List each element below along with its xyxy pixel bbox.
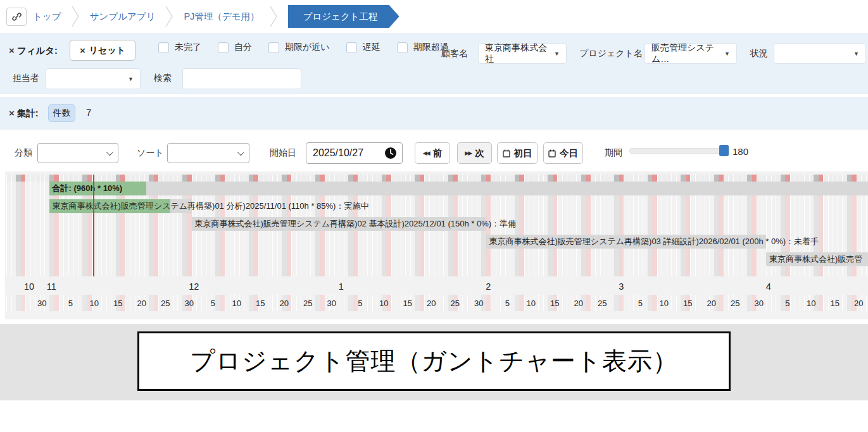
start-date-input[interactable]: 2025/10/27 — [306, 142, 403, 164]
customer-label: 顧客名 — [441, 48, 468, 59]
axis-day-label: 5 — [785, 295, 789, 312]
checkbox-overdue[interactable] — [397, 42, 408, 53]
sunday-stripe — [120, 175, 125, 182]
weekday-stripe — [624, 175, 629, 182]
breadcrumb-item-top[interactable]: トップ — [33, 11, 61, 23]
filter-checkboxes: 未完了自分期限が近い遅延期限超過 — [158, 42, 449, 53]
saturday-stripe — [149, 295, 154, 311]
axis-day-label: 10 — [807, 295, 815, 312]
weekday-stripe — [676, 295, 681, 311]
category-select[interactable] — [37, 143, 118, 163]
assignee-select[interactable]: ▼ — [46, 68, 141, 89]
weekday-stripe — [572, 175, 577, 182]
status-select[interactable]: ▼ — [774, 43, 866, 64]
collapse-filter-icon[interactable]: × — [9, 45, 15, 56]
breadcrumb-active-item[interactable]: プロジェクト工程 — [288, 5, 399, 28]
weekday-stripe — [310, 175, 315, 182]
weekday-stripe — [111, 175, 116, 182]
prev-button[interactable]: ◀◀ 前 — [415, 142, 450, 164]
checkbox-delayed[interactable] — [346, 42, 357, 53]
period-slider-handle[interactable] — [719, 145, 729, 156]
checkbox-incomplete[interactable] — [158, 42, 169, 53]
weekday-stripe — [828, 175, 833, 182]
weekday-stripe — [306, 175, 311, 182]
weekday-stripe — [296, 295, 301, 311]
weekday-stripe — [576, 175, 581, 182]
weekday-stripe — [135, 175, 140, 182]
weekday-stripe — [11, 295, 16, 311]
breadcrumb-item-pj-management[interactable]: PJ管理（デモ用） — [184, 11, 259, 23]
weekday-stripe — [410, 175, 415, 182]
weekday-stripe — [106, 295, 111, 311]
sunday-stripe — [619, 295, 624, 311]
reset-button[interactable]: × リセット — [70, 40, 135, 61]
summary-section-label: × 集計: — [9, 108, 39, 120]
clock-icon[interactable] — [384, 147, 397, 159]
home-link-button[interactable] — [6, 8, 27, 26]
weekday-stripe — [158, 175, 163, 182]
weekday-stripe — [173, 175, 178, 182]
saturday-stripe — [548, 175, 553, 182]
caret-down-icon: ▼ — [724, 51, 730, 57]
sunday-stripe — [819, 175, 824, 182]
collapse-summary-icon[interactable]: × — [9, 108, 15, 118]
weekday-stripe — [695, 175, 700, 182]
weekday-stripe — [491, 295, 496, 311]
breadcrumb-item-sample-app[interactable]: サンプルアプリ — [90, 11, 156, 23]
next-button[interactable]: ▶▶ 次 — [457, 142, 492, 164]
weekday-stripe — [272, 295, 277, 311]
weekday-stripe — [344, 175, 349, 182]
weekday-stripe — [800, 175, 805, 182]
weekday-stripe — [776, 175, 781, 182]
today-button[interactable]: 今日 — [543, 142, 583, 164]
weekday-stripe — [424, 175, 429, 182]
customer-select[interactable]: 東京商事株式会社 ▼ — [478, 43, 567, 64]
count-button[interactable]: 件数 — [48, 104, 75, 122]
search-input[interactable] — [182, 68, 301, 89]
project-select[interactable]: 販売管理システム… ▼ — [645, 43, 737, 64]
weekday-stripe — [657, 175, 662, 182]
weekday-stripe — [467, 175, 472, 182]
axis-day-label: 10 — [660, 295, 669, 312]
weekday-stripe — [458, 175, 463, 182]
weekday-stripe — [177, 175, 182, 182]
checkbox-self[interactable] — [218, 42, 229, 53]
weekday-stripe — [624, 295, 629, 311]
weekday-stripe — [505, 175, 510, 182]
weekday-stripe — [690, 175, 695, 182]
count-value: 7 — [86, 107, 91, 118]
saturday-stripe — [648, 175, 653, 182]
saturday-stripe — [747, 295, 752, 311]
axis-day-label: 5 — [638, 295, 643, 312]
weekday-stripe — [766, 175, 771, 182]
caret-down-icon: ▼ — [853, 51, 859, 57]
first-day-button[interactable]: 初日 — [497, 142, 538, 164]
weekday-stripe — [429, 175, 434, 182]
gantt-bar-label-1: 東京商事株式会社)販売管理システム再構築)01 分析)2025/11/01 (1… — [49, 199, 369, 213]
weekday-stripe — [363, 295, 368, 311]
weekday-stripe — [6, 295, 11, 311]
weekday-stripe — [629, 295, 634, 311]
caret-down-icon: ▼ — [128, 76, 134, 82]
axis-month-label: 12 — [189, 281, 199, 292]
weekday-stripe — [738, 175, 743, 182]
weekday-stripe — [6, 175, 11, 182]
sunday-stripe — [486, 295, 491, 311]
checkbox-label-self: 自分 — [234, 42, 252, 53]
sunday-stripe — [154, 295, 159, 311]
saturday-stripe — [747, 175, 752, 182]
sort-select[interactable] — [167, 143, 249, 163]
weekday-stripe — [638, 175, 643, 182]
axis-day-label: 15 — [113, 295, 122, 312]
checkbox-due-soon[interactable] — [268, 42, 279, 53]
weekday-stripe — [705, 175, 710, 182]
saturday-stripe — [415, 175, 420, 182]
gantt-bar-0[interactable] — [49, 182, 868, 195]
weekday-stripe — [795, 295, 800, 311]
saturday-stripe — [215, 175, 220, 182]
axis-day-label: 20 — [137, 295, 146, 312]
weekday-stripe — [790, 295, 795, 311]
period-slider-track[interactable] — [629, 148, 729, 154]
filter-section-label: × フィルタ: — [9, 45, 58, 57]
sunday-stripe — [386, 175, 391, 182]
